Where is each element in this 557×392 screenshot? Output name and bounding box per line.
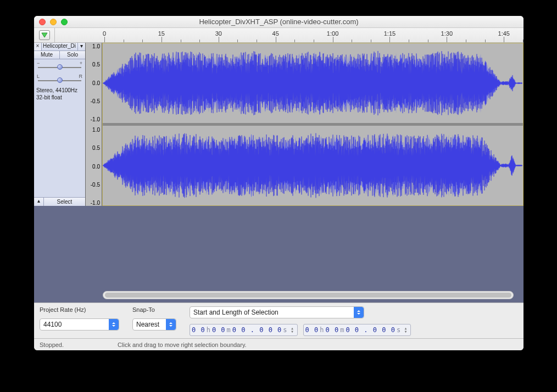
track-control-panel: × Helicopter_Di ▾ Mute Solo − + [34,43,86,206]
snap-to-label: Snap-To [132,306,182,316]
empty-tracks-area[interactable] [34,206,523,303]
selection-toolbar: Project Rate (Hz) 44100 Snap-To Nearest … [34,303,523,338]
vscale-label: 0.5 [92,145,100,151]
solo-button[interactable]: Solo [60,51,85,59]
playback-state: Stopped. [40,341,64,348]
track-select-button[interactable]: Select [44,198,85,206]
project-rate-select[interactable]: 44100 [40,318,119,331]
svg-marker-0 [42,33,47,37]
dropdown-caret-icon [166,319,176,330]
selection-start-time[interactable]: 0 0h 0 0m 0 0 . 0 0 0s ▲▼ [190,324,298,336]
track-collapse-button[interactable]: ▴ [34,198,44,206]
vscale-label: -1.0 [91,116,100,122]
track-format-line2: 32-bit float [36,94,83,102]
track-name[interactable]: Helicopter_Di [42,43,77,51]
ruler-tick-label: 1:45 [498,30,510,37]
pan-slider-thumb[interactable] [57,77,63,83]
vscale-label: -1.0 [91,200,100,206]
vscale-label: -0.5 [91,98,100,104]
selection-mode-select[interactable]: Start and Length of Selection [190,306,364,318]
pan-right-label: R [79,74,83,79]
gain-minus-label: − [37,60,40,66]
vscale-label: 1.0 [92,43,100,49]
gain-slider-thumb[interactable] [57,64,63,70]
time-stepper[interactable]: ▲▼ [290,327,296,333]
ruler-tick-label: 1:30 [441,30,453,37]
pan-left-label: L [37,74,40,79]
selection-length-time[interactable]: 0 0h 0 0m 0 0 . 0 0 0s ▲▼ [303,324,411,336]
pan-slider[interactable] [37,79,82,82]
titlebar[interactable]: Helicopter_DivXHT_ASP (online-video-cutt… [34,16,523,28]
pan-slider-row: L R [34,72,85,86]
waveform-left-channel[interactable] [103,43,522,123]
timeline-ruler[interactable]: 01530451:001:151:301:45 [55,28,523,42]
ruler-left-panel [34,28,55,42]
tracks-area: × Helicopter_Di ▾ Mute Solo − + [34,43,523,206]
track-format-line1: Stereo, 44100Hz [36,87,83,94]
dropdown-caret-icon [109,319,119,330]
snap-to-select[interactable]: Nearest [132,318,176,331]
track-menu-button[interactable]: ▾ [77,43,85,51]
track-close-button[interactable]: × [34,43,42,51]
waveform-right-channel[interactable] [103,126,522,205]
vscale-label: 1.0 [92,126,100,132]
snap-to-value: Nearest [133,321,163,328]
project-rate-label: Project Rate (Hz) [40,306,125,316]
horizontal-scrollbar-thumb[interactable] [105,293,511,298]
time-stepper[interactable]: ▲▼ [403,327,409,333]
audio-track: × Helicopter_Di ▾ Mute Solo − + [34,43,523,206]
vscale-label: 0.0 [92,80,100,86]
window-title: Helicopter_DivXHT_ASP (online-video-cutt… [34,18,523,26]
gain-slider[interactable] [37,66,82,69]
vertical-scale[interactable]: 1.00.50.0-0.5-1.01.00.50.0-0.5-1.0 [86,43,102,206]
horizontal-scrollbar[interactable] [103,291,514,299]
pin-timeline-button[interactable] [39,30,50,40]
waveform-area[interactable] [102,43,523,206]
ruler-tick-label: 15 [158,30,165,37]
vscale-label: 0.5 [92,61,100,68]
timeline-ruler-row: 01530451:001:151:301:45 [34,28,523,43]
project-rate-value: 44100 [40,321,65,328]
vscale-label: 0.0 [92,163,100,169]
vscale-label: -0.5 [91,181,100,187]
mute-button[interactable]: Mute [34,51,60,59]
ruler-tick-label: 45 [272,30,279,37]
status-bar: Stopped. Click and drag to move right se… [34,338,523,350]
playhead-marker-icon [41,32,48,38]
status-hint: Click and drag to move right selection b… [118,341,247,348]
app-window: Helicopter_DivXHT_ASP (online-video-cutt… [34,16,523,350]
ruler-tick-label: 0 [103,30,106,37]
ruler-tick-label: 1:15 [384,30,396,37]
dropdown-caret-icon [354,307,364,318]
ruler-tick-label: 1:00 [327,30,338,37]
ruler-tick-label: 30 [215,30,222,37]
gain-plus-label: + [80,60,82,66]
track-format-info: Stereo, 44100Hz 32-bit float [34,86,85,103]
selection-mode-value: Start and Length of Selection [190,309,282,316]
gain-slider-row: − + [34,59,85,72]
